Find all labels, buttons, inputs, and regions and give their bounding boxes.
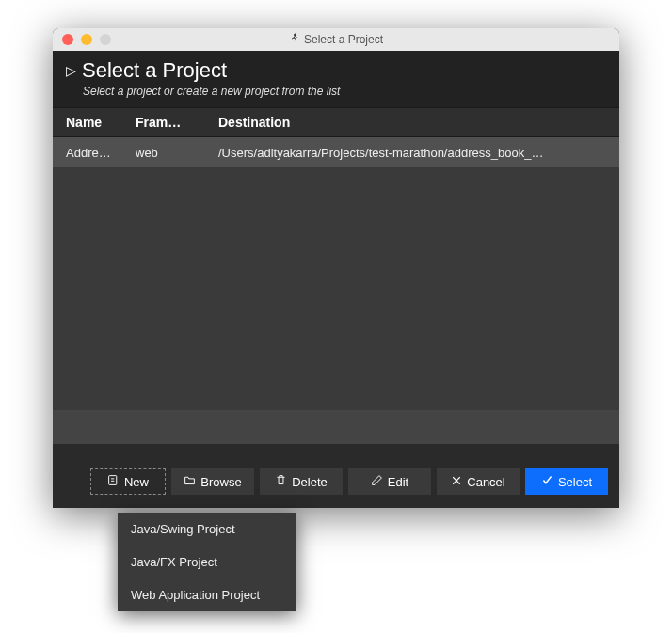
table-row[interactable]: Addre… web /Users/adityakarra/Projects/t… xyxy=(53,137,619,167)
dialog-header: ▷ Select a Project Select a project or c… xyxy=(53,51,619,107)
delete-button[interactable]: Delete xyxy=(260,468,343,495)
dropdown-item-swing[interactable]: Java/Swing Project xyxy=(118,513,296,546)
new-project-dropdown: Java/Swing Project Java/FX Project Web A… xyxy=(118,513,296,611)
column-destination[interactable]: Destination xyxy=(218,115,619,130)
dropdown-item-web[interactable]: Web Application Project xyxy=(118,578,296,611)
window-title-text: Select a Project xyxy=(304,33,383,46)
check-icon xyxy=(541,474,553,489)
titlebar: Select a Project xyxy=(53,28,619,51)
table-header: Name Fram… Destination xyxy=(53,107,619,137)
disclosure-triangle-icon[interactable]: ▷ xyxy=(66,63,76,78)
browse-label: Browse xyxy=(200,475,241,489)
column-framework[interactable]: Fram… xyxy=(136,115,218,130)
select-label: Select xyxy=(558,475,592,489)
cancel-label: Cancel xyxy=(467,475,504,489)
header-title: Select a Project xyxy=(82,58,227,83)
table-empty-area[interactable] xyxy=(53,167,619,410)
table-footer-bar xyxy=(53,410,619,444)
header-title-row: ▷ Select a Project xyxy=(66,58,606,83)
edit-button[interactable]: Edit xyxy=(348,468,431,495)
cell-name: Addre… xyxy=(53,146,136,160)
svg-point-0 xyxy=(294,34,296,36)
project-table: Name Fram… Destination Addre… web /Users… xyxy=(53,107,619,444)
cell-framework: web xyxy=(136,146,218,160)
dialog-window: Select a Project ▷ Select a Project Sele… xyxy=(53,28,619,508)
runner-icon xyxy=(289,33,300,46)
new-icon xyxy=(107,474,120,489)
dropdown-item-javafx[interactable]: Java/FX Project xyxy=(118,546,296,578)
svg-rect-1 xyxy=(109,476,117,485)
pencil-icon xyxy=(371,474,383,489)
cancel-button[interactable]: Cancel xyxy=(437,468,520,495)
folder-icon xyxy=(184,474,196,489)
cell-destination: /Users/adityakarra/Projects/test-maratho… xyxy=(218,146,619,160)
new-label: New xyxy=(124,475,149,489)
window-title: Select a Project xyxy=(53,33,619,46)
button-bar: New Browse Delete Edit Cancel xyxy=(53,459,619,508)
column-name[interactable]: Name xyxy=(53,115,136,130)
x-icon xyxy=(451,475,462,489)
edit-label: Edit xyxy=(388,475,408,489)
select-button[interactable]: Select xyxy=(525,468,608,495)
header-subtitle: Select a project or create a new project… xyxy=(66,83,606,98)
delete-label: Delete xyxy=(292,475,328,489)
browse-button[interactable]: Browse xyxy=(171,468,254,495)
new-button[interactable]: New xyxy=(90,468,166,495)
trash-icon xyxy=(275,474,287,489)
